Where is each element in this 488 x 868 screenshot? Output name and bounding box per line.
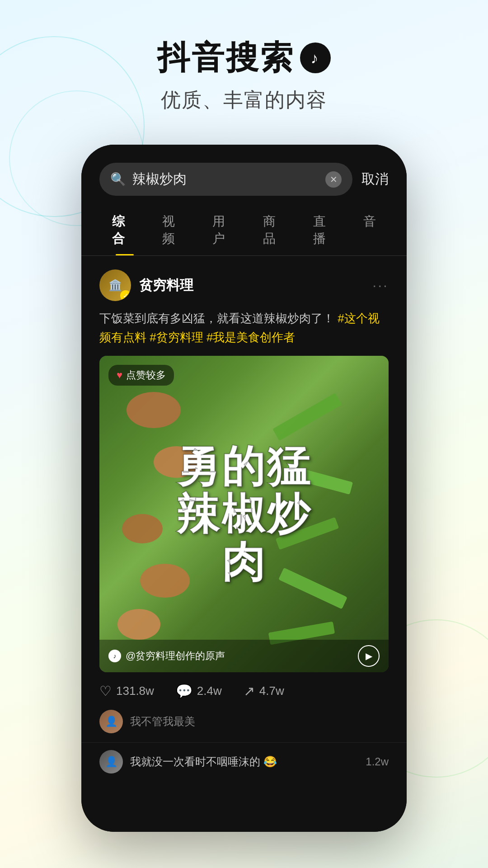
video-title-overlay: 勇的猛辣椒炒肉 (99, 356, 389, 672)
search-input-wrap[interactable]: 🔍 辣椒炒肉 ✕ (99, 163, 352, 196)
comment-2-likes: 1.2w (366, 755, 389, 768)
header-section: 抖音搜索 优质、丰富的内容 (0, 0, 488, 132)
comment-author-1: 我不管我最美 (130, 714, 389, 729)
video-title-text: 勇的猛辣椒炒肉 (176, 443, 312, 586)
tab-live[interactable]: 直播 (300, 205, 351, 255)
phone-screen: 🔍 辣椒炒肉 ✕ 取消 综合 视频 用户 商品 直播 音 (81, 145, 407, 832)
tiktok-note-icon: ♪ (108, 650, 121, 662)
search-tabs: 综合 视频 用户 商品 直播 音 (81, 205, 407, 256)
comment-stat-icon: 💬 (176, 683, 192, 699)
tab-video[interactable]: 视频 (150, 205, 200, 255)
video-thumbnail[interactable]: ♥ 点赞较多 勇的猛辣椒炒肉 ♪ @贫穷料理创作的原声 ▶ (99, 356, 389, 672)
title-text: 抖音搜索 (157, 36, 295, 80)
comment-avatar-2: 👤 (99, 750, 123, 774)
author-name: 贫穷料理 (139, 276, 193, 295)
likes-count: 131.8w (116, 684, 154, 698)
comments-stat[interactable]: 💬 2.4w (176, 683, 222, 699)
search-query: 辣椒炒肉 (132, 170, 319, 189)
phone-mockup: 🔍 辣椒炒肉 ✕ 取消 综合 视频 用户 商品 直播 音 (81, 145, 407, 832)
clear-icon[interactable]: ✕ (325, 171, 342, 188)
post-card: 🏛️ ✓ 贫穷料理 ··· 下饭菜到底有多凶猛，就看这道辣椒炒肉了！ #这个视频… (81, 256, 407, 672)
post-header: 🏛️ ✓ 贫穷料理 ··· (99, 269, 389, 301)
post-author[interactable]: 🏛️ ✓ 贫穷料理 (99, 269, 193, 301)
comment-content-2: 我就没一次看时不咽唾沫的 😂 (130, 755, 358, 769)
comment-text-2: 我就没一次看时不咽唾沫的 😂 (130, 755, 358, 769)
search-bar: 🔍 辣椒炒肉 ✕ 取消 (81, 145, 407, 205)
search-icon: 🔍 (110, 172, 126, 187)
tab-product[interactable]: 商品 (250, 205, 300, 255)
share-stat-icon: ↗ (244, 683, 255, 699)
shares-count: 4.7w (259, 684, 284, 698)
audio-bar: ♪ @贫穷料理创作的原声 ▶ (99, 640, 389, 672)
stats-row: ♡ 131.8w 💬 2.4w ↗ 4.7w (81, 672, 407, 710)
play-button[interactable]: ▶ (358, 645, 380, 667)
comments-count: 2.4w (197, 684, 222, 698)
verified-badge: ✓ (120, 290, 131, 301)
cancel-button[interactable]: 取消 (361, 170, 389, 189)
audio-info: ♪ @贫穷料理创作的原声 (108, 649, 225, 663)
tab-user[interactable]: 用户 (200, 205, 250, 255)
more-options-icon[interactable]: ··· (372, 277, 389, 294)
header-subtitle: 优质、丰富的内容 (0, 87, 488, 113)
post-description: 下饭菜到底有多凶猛，就看这道辣椒炒肉了！ #这个视频有点料 #贫穷料理 #我是美… (99, 309, 389, 347)
likes-stat[interactable]: ♡ 131.8w (99, 683, 154, 699)
tab-comprehensive[interactable]: 综合 (99, 205, 150, 255)
heart-stat-icon: ♡ (99, 683, 112, 699)
tiktok-logo-icon (300, 42, 331, 73)
author-avatar: 🏛️ ✓ (99, 269, 131, 301)
comment-avatar-1: 👤 (99, 710, 123, 733)
app-title: 抖音搜索 (0, 36, 488, 80)
comment-content-1: 我不管我最美 (130, 714, 389, 729)
tab-audio[interactable]: 音 (351, 205, 389, 255)
comment-1: 👤 我不管我最美 (81, 710, 407, 743)
comment-2: 👤 我就没一次看时不咽唾沫的 😂 1.2w (81, 743, 407, 781)
shares-stat[interactable]: ↗ 4.7w (244, 683, 284, 699)
